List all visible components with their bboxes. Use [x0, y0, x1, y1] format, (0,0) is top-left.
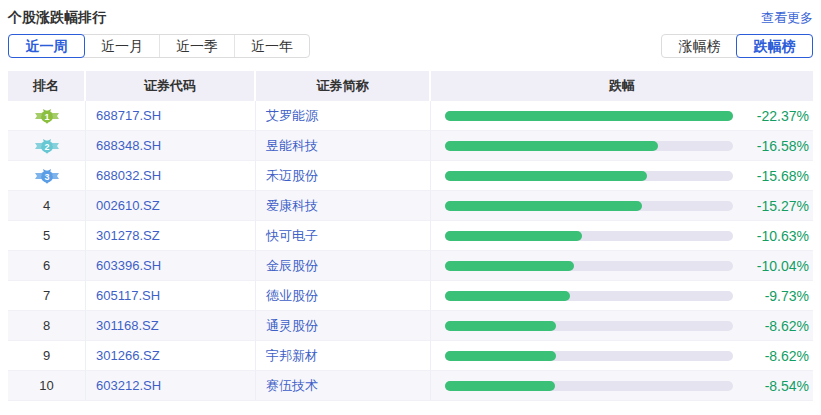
change-bar-fill — [445, 231, 582, 241]
change-cell: -8.62% — [431, 341, 813, 371]
svg-text:1: 1 — [44, 112, 49, 122]
change-bar-track — [445, 141, 733, 151]
stock-name-link[interactable]: 艾罗能源 — [256, 101, 431, 131]
table-row: 6603396.SH金辰股份-10.04% — [8, 251, 813, 281]
change-percent-value: -22.37% — [733, 108, 809, 124]
page-title: 个股涨跌幅排行 — [8, 9, 106, 27]
stock-code-link[interactable]: 301168.SZ — [86, 311, 256, 341]
change-bar-fill — [445, 321, 556, 331]
control-bar: 近一周近一月近一季近一年 涨幅榜跌幅榜 — [8, 34, 813, 58]
ranking-table: 排名证券代码证券简称跌幅 1688717.SH艾罗能源-22.37%268834… — [8, 71, 813, 401]
change-cell: -9.73% — [431, 281, 813, 311]
stock-code-link[interactable]: 688717.SH — [86, 101, 256, 131]
change-bar-fill — [445, 381, 555, 391]
table-row: 1688717.SH艾罗能源-22.37% — [8, 101, 813, 131]
rank-number: 7 — [43, 288, 50, 303]
table-row: 5301278.SZ快可电子-10.63% — [8, 221, 813, 251]
rank-cell: 7 — [8, 281, 86, 311]
stock-code-link[interactable]: 688348.SH — [86, 131, 256, 161]
rank-cell: 9 — [8, 341, 86, 371]
change-bar-track — [445, 321, 733, 331]
rank-cell: 3 — [8, 161, 86, 191]
stock-code-link[interactable]: 603212.SH — [86, 371, 256, 401]
change-percent-value: -10.63% — [733, 228, 809, 244]
change-bar-fill — [445, 351, 556, 361]
stock-name-link[interactable]: 爱康科技 — [256, 191, 431, 221]
change-percent-value: -16.58% — [733, 138, 809, 154]
rank-number: 10 — [39, 378, 53, 393]
change-cell: -10.04% — [431, 251, 813, 281]
period-tab-1[interactable]: 近一月 — [84, 35, 159, 57]
change-cell: -10.63% — [431, 221, 813, 251]
rank-cell: 1 — [8, 101, 86, 131]
stock-code-link[interactable]: 603396.SH — [86, 251, 256, 281]
change-cell: -15.68% — [431, 161, 813, 191]
svg-text:2: 2 — [44, 142, 49, 152]
rank-cell: 10 — [8, 371, 86, 401]
stock-code-link[interactable]: 301266.SZ — [86, 341, 256, 371]
stock-name-link[interactable]: 赛伍技术 — [256, 371, 431, 401]
table-row: 4002610.SZ爱康科技-15.27% — [8, 191, 813, 221]
change-cell: -15.27% — [431, 191, 813, 221]
column-header-1: 证券代码 — [86, 71, 256, 101]
stock-name-link[interactable]: 金辰股份 — [256, 251, 431, 281]
change-bar-fill — [445, 141, 658, 151]
stock-name-link[interactable]: 快可电子 — [256, 221, 431, 251]
table-row: 2688348.SH昱能科技-16.58% — [8, 131, 813, 161]
board-toggle-0[interactable]: 涨幅榜 — [662, 35, 737, 57]
change-bar-track — [445, 381, 733, 391]
period-tab-2[interactable]: 近一季 — [159, 35, 234, 57]
change-cell: -16.58% — [431, 131, 813, 161]
rank-medal-icon: 1 — [35, 107, 59, 124]
change-percent-value: -15.68% — [733, 168, 809, 184]
column-header-0: 排名 — [8, 71, 86, 101]
change-bar-track — [445, 261, 733, 271]
table-row: 7605117.SH德业股份-9.73% — [8, 281, 813, 311]
stock-code-link[interactable]: 605117.SH — [86, 281, 256, 311]
stock-name-link[interactable]: 昱能科技 — [256, 131, 431, 161]
stock-name-link[interactable]: 禾迈股份 — [256, 161, 431, 191]
board-toggle-group: 涨幅榜跌幅榜 — [661, 34, 813, 58]
stock-name-link[interactable]: 德业股份 — [256, 281, 431, 311]
stock-code-link[interactable]: 002610.SZ — [86, 191, 256, 221]
change-bar-track — [445, 111, 733, 121]
view-more-link[interactable]: 查看更多 — [761, 9, 813, 27]
stock-code-link[interactable]: 688032.SH — [86, 161, 256, 191]
table-body: 1688717.SH艾罗能源-22.37%2688348.SH昱能科技-16.5… — [8, 101, 813, 401]
table-row: 10603212.SH赛伍技术-8.54% — [8, 371, 813, 401]
change-bar-track — [445, 231, 733, 241]
change-percent-value: -10.04% — [733, 258, 809, 274]
change-bar-track — [445, 201, 733, 211]
change-bar-fill — [445, 171, 647, 181]
column-header-3: 跌幅 — [431, 71, 813, 101]
table-header-row: 排名证券代码证券简称跌幅 — [8, 71, 813, 101]
change-bar-fill — [445, 201, 642, 211]
stock-ranking-widget: 个股涨跌幅排行 查看更多 近一周近一月近一季近一年 涨幅榜跌幅榜 排名证券代码证… — [0, 0, 821, 401]
change-bar-track — [445, 351, 733, 361]
svg-text:3: 3 — [44, 172, 49, 182]
change-cell: -22.37% — [431, 101, 813, 131]
change-percent-value: -8.54% — [733, 378, 809, 394]
rank-cell: 6 — [8, 251, 86, 281]
stock-name-link[interactable]: 宇邦新材 — [256, 341, 431, 371]
stock-name-link[interactable]: 通灵股份 — [256, 311, 431, 341]
board-toggle-1[interactable]: 跌幅榜 — [736, 34, 813, 58]
stock-code-link[interactable]: 301278.SZ — [86, 221, 256, 251]
widget-header: 个股涨跌幅排行 查看更多 — [8, 0, 813, 26]
change-percent-value: -8.62% — [733, 318, 809, 334]
change-bar-fill — [445, 261, 574, 271]
change-cell: -8.62% — [431, 311, 813, 341]
change-bar-fill — [445, 111, 733, 121]
table-row: 8301168.SZ通灵股份-8.62% — [8, 311, 813, 341]
table-row: 9301266.SZ宇邦新材-8.62% — [8, 341, 813, 371]
table-row: 3688032.SH禾迈股份-15.68% — [8, 161, 813, 191]
rank-number: 8 — [43, 318, 50, 333]
period-tab-3[interactable]: 近一年 — [234, 35, 309, 57]
rank-number: 4 — [43, 198, 50, 213]
change-bar-track — [445, 171, 733, 181]
rank-medal-icon: 3 — [35, 167, 59, 184]
change-percent-value: -8.62% — [733, 348, 809, 364]
change-bar-track — [445, 291, 733, 301]
rank-cell: 2 — [8, 131, 86, 161]
period-tab-0[interactable]: 近一周 — [8, 34, 85, 58]
